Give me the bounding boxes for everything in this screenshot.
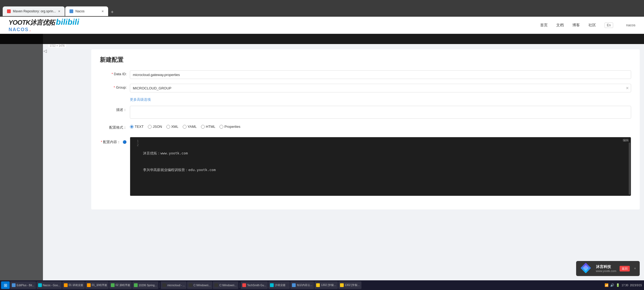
radio-xml-label: XML xyxy=(171,125,178,129)
editor-wrap: 编辑 1 2 沐言优拓：www.yootk.com 李兴华高薪就业编程训练营：e… xyxy=(130,137,631,196)
taskbar-1302b[interactable]: 1302 [学裂... xyxy=(338,281,361,289)
desc-textarea[interactable] xyxy=(130,106,631,119)
volume-icon[interactable]: 🔊 xyxy=(610,283,614,287)
group-row: Group: ✕ xyxy=(100,84,631,92)
radio-properties[interactable] xyxy=(219,125,223,129)
01jiu-icon xyxy=(64,283,68,287)
data-id-input[interactable] xyxy=(130,70,631,79)
editor-line-2: 李兴华高薪就业编程训练营：edu.yootk.com xyxy=(143,167,628,173)
tab-close-maven[interactable]: ✕ xyxy=(58,10,60,13)
taskbar-sep-1 xyxy=(159,282,160,288)
content-help-icon[interactable]: 🔵 xyxy=(123,140,127,144)
01cheng-icon xyxy=(87,283,91,287)
start-button[interactable]: ⊞ xyxy=(1,281,10,289)
battery-icon[interactable]: 🔋 xyxy=(616,283,620,287)
win2-icon xyxy=(214,283,218,287)
nav-home[interactable]: 首页 xyxy=(540,23,548,28)
format-html[interactable]: HTML xyxy=(201,125,215,129)
taskbar-01jiu[interactable]: 01 讲就业篇 xyxy=(62,281,85,289)
nav-docs[interactable]: 文档 xyxy=(556,23,564,28)
taskbar-10206[interactable]: 10206 Spring... xyxy=(132,281,159,289)
tab-maven[interactable]: Maven Repository: org.sprin... ✕ xyxy=(3,6,65,16)
radio-yaml[interactable] xyxy=(183,125,186,129)
watermark-brand: 沐言科技 xyxy=(596,264,616,269)
microcloud-label: microcloud - ... xyxy=(167,284,185,287)
taskbar-shajiu[interactable]: 沙就业篇 xyxy=(268,281,290,289)
radio-html-label: HTML xyxy=(206,125,215,129)
watermark-overlay: 沐言科技 www.yootk.com 返回 × xyxy=(576,261,640,276)
sys-date: 2023/3/15 xyxy=(630,284,642,287)
sys-time: 17:30 xyxy=(621,284,628,287)
win1-icon xyxy=(189,283,192,287)
tab-bar: Maven Repository: org.sprin... ✕ Nacos ✕… xyxy=(3,0,116,16)
radio-xml[interactable] xyxy=(166,125,170,129)
network-icon[interactable]: 📶 xyxy=(605,283,609,287)
taskbar-01cheng[interactable]: 01_讲程序篇 xyxy=(85,281,109,289)
sidebar-toggle[interactable]: ◁ xyxy=(43,48,47,53)
taskbar-right: 📶 🔊 🔋 17:30 2023/3/15 xyxy=(605,283,643,287)
taskbar-zhishi[interactable]: 知识内容云... xyxy=(290,281,314,289)
format-properties[interactable]: Properties xyxy=(219,125,240,129)
line-num-1: 1 xyxy=(131,139,139,143)
content-row: 配置内容： 🔵 编辑 1 2 沐言优拓：www.yootk.com 李兴华高薪就… xyxy=(100,137,631,196)
taskbar-02yuan[interactable]: 02 源程序篇 xyxy=(109,281,132,289)
tab-favicon-maven xyxy=(7,9,11,13)
microcloud-icon xyxy=(162,283,166,287)
radio-html[interactable] xyxy=(201,125,205,129)
taskbar-sep-2 xyxy=(239,282,240,288)
format-yaml[interactable]: YAML xyxy=(183,125,197,129)
taskbar-editplus[interactable]: EditPlus - Bit... xyxy=(10,281,36,289)
editor-toolbar: 编辑 xyxy=(623,138,629,142)
nav-community[interactable]: 社区 xyxy=(588,23,596,28)
diamond-inner xyxy=(583,265,589,271)
tab-nacos[interactable]: Nacos ✕ xyxy=(65,6,108,16)
lang-button[interactable]: En xyxy=(605,23,613,28)
tab-label-maven: Maven Repository: org.sprin... xyxy=(13,9,56,13)
radio-json[interactable] xyxy=(148,125,152,129)
editor-scrollbar[interactable] xyxy=(629,143,630,195)
watermark-close-icon[interactable]: × xyxy=(634,267,636,270)
techsmith-label: TechSmith Gu... xyxy=(247,284,266,287)
format-xml[interactable]: XML xyxy=(166,125,178,129)
format-json[interactable]: JSON xyxy=(148,125,162,129)
taskbar-win1[interactable]: C:\Windows\... xyxy=(187,281,212,289)
1302a-label: 1302 [学裂... xyxy=(321,283,336,287)
data-id-label: Data ID: xyxy=(100,70,127,76)
format-text[interactable]: TEXT xyxy=(130,125,144,129)
user-label: nacos xyxy=(626,23,635,27)
1302b-icon xyxy=(340,283,344,287)
format-radio-group: TEXT JSON XML YAML xyxy=(130,124,240,129)
dimension-label: 1722 × 1476 xyxy=(48,44,66,48)
form-scroll-area[interactable]: 新建配置 Data ID: Group: ✕ 更多高级选项 描述： xyxy=(48,49,644,280)
tab-favicon-nacos xyxy=(69,9,73,13)
group-input[interactable] xyxy=(130,84,631,92)
editor-content[interactable]: 沐言优拓：www.yootk.com 李兴华高薪就业编程训练营：edu.yoot… xyxy=(140,137,631,186)
line-num-2: 2 xyxy=(131,143,139,147)
nacos-logo-dot: . xyxy=(29,26,31,33)
taskbar-win2[interactable]: C:\Windows\... xyxy=(213,281,238,289)
watermark-back-button[interactable]: 返回 xyxy=(620,266,630,271)
taskbar-1302a[interactable]: 1302 [学裂... xyxy=(314,281,338,289)
advanced-options-link[interactable]: 更多高级选项 xyxy=(130,97,631,102)
shajiu-label: 沙就业篇 xyxy=(275,283,286,287)
taskbar-techsmith[interactable]: TechSmith Gu... xyxy=(241,281,268,289)
taskbar-nacos[interactable]: Nacos - Goo... xyxy=(36,281,62,289)
group-clear-button[interactable]: ✕ xyxy=(626,86,629,90)
watermark-text-group: 沐言科技 www.yootk.com xyxy=(596,264,616,273)
nacos-task-label: Nacos - Goo... xyxy=(43,284,60,287)
taskbar-microcloud[interactable]: microcloud - ... xyxy=(161,281,186,289)
radio-text[interactable] xyxy=(130,125,134,129)
01cheng-label: 01_讲程序篇 xyxy=(92,283,107,287)
tab-close-nacos[interactable]: ✕ xyxy=(101,10,104,13)
nav-blog[interactable]: 博客 xyxy=(572,23,580,28)
main-content-area: ◁ 1722 × 1476 新建配置 Data ID: Group: ✕ 更多高… xyxy=(0,44,644,280)
new-tab-button[interactable]: + xyxy=(109,8,116,16)
watermark-logo xyxy=(580,263,593,274)
desc-row: 描述： xyxy=(100,106,631,119)
shajiu-icon xyxy=(270,283,274,287)
01jiu-label: 01 讲就业篇 xyxy=(69,283,83,287)
watermark-url: www.yootk.com xyxy=(596,269,616,273)
desc-label: 描述： xyxy=(100,106,127,112)
editor-line-1: 沐言优拓：www.yootk.com xyxy=(143,151,628,156)
code-editor[interactable]: 编辑 1 2 沐言优拓：www.yootk.com 李兴华高薪就业编程训练营：e… xyxy=(130,137,631,196)
